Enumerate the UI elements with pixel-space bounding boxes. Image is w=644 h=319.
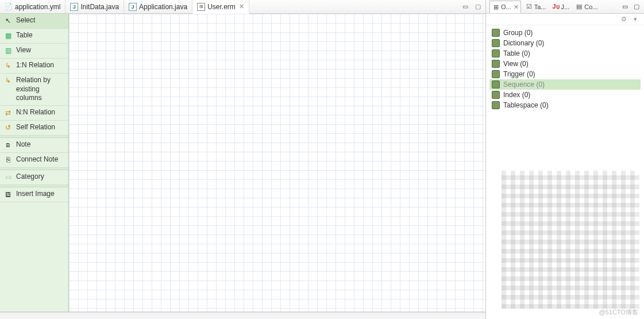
tab-bar-controls: ▭ ▢ xyxy=(461,0,485,13)
outline-item-label: Table (0) xyxy=(503,49,530,57)
tab-label: application.yml xyxy=(15,3,60,11)
pi-category-icon xyxy=(3,173,13,182)
pi-cnote-icon xyxy=(3,156,13,165)
maximize-icon[interactable]: ▭ xyxy=(461,3,469,11)
right-view-tab[interactable]: ☑Ta... xyxy=(523,3,548,11)
right-tab-label: Co... xyxy=(584,3,597,10)
editor-body: SelectTableView1:N RelationRelation by e… xyxy=(0,14,485,312)
outline-group-icon xyxy=(492,49,500,57)
outline-item[interactable]: Trigger (0) xyxy=(489,69,641,79)
editor-tab-bar: application.ymlInitData.javaApplication.… xyxy=(0,0,485,14)
right-panel: ⊞O...✕☑Ta...JᴜJ...▤Co... ▭ ▢ ⚙ ▾ Group (… xyxy=(485,0,644,319)
right-tab-label: Ta... xyxy=(534,3,546,10)
palette-item[interactable]: N:N Relation xyxy=(0,106,68,121)
tab-label: User.erm xyxy=(207,3,236,11)
diagram-canvas[interactable] xyxy=(69,14,485,312)
palette-item[interactable]: Self Relation xyxy=(0,121,68,136)
palette-item[interactable]: Category xyxy=(0,170,68,185)
right-tab-label: J... xyxy=(561,3,570,10)
icon-file-yml-icon xyxy=(5,3,13,11)
outline-item[interactable]: Tablespace (0) xyxy=(489,100,641,110)
outline-toolbar: ⚙ ▾ xyxy=(486,14,644,25)
outline-group-icon xyxy=(492,80,500,89)
pi-select-icon xyxy=(3,17,13,26)
close-icon[interactable]: ✕ xyxy=(514,3,519,11)
icon-file-java-icon xyxy=(129,3,137,11)
palette-item[interactable]: Insert Image xyxy=(0,187,68,202)
palette-item[interactable]: Select xyxy=(0,14,68,29)
outline-group-icon xyxy=(492,91,500,99)
palette-item-label: Connect Note xyxy=(16,155,58,164)
pi-table-icon xyxy=(3,32,13,41)
outline-item-label: Dictionary (0) xyxy=(503,39,544,47)
outline-item-label: Group (0) xyxy=(503,29,533,37)
outline-group-icon xyxy=(492,29,500,37)
outline-item-label: Sequence (0) xyxy=(503,80,545,89)
palette-item-label: Table xyxy=(16,31,33,40)
right-view-tab[interactable]: ⊞O...✕ xyxy=(489,1,521,13)
outline-item[interactable]: Index (0) xyxy=(489,90,641,100)
palette-item-label: N:N Relation xyxy=(16,108,55,117)
outline-group-icon xyxy=(492,39,500,47)
palette-item-label: Self Relation xyxy=(16,123,55,132)
palette-item-label: 1:N Relation xyxy=(16,61,54,70)
editor-tab[interactable]: Application.java xyxy=(124,0,192,13)
tab-label: Application.java xyxy=(139,3,187,11)
outline-group-icon xyxy=(492,60,500,68)
pi-view-icon xyxy=(3,47,13,56)
outline-icon: ⊞ xyxy=(492,3,500,11)
minimize-icon[interactable]: ▢ xyxy=(474,3,482,11)
outline-item[interactable]: Group (0) xyxy=(489,28,641,38)
outline-item[interactable]: View (0) xyxy=(489,59,641,69)
palette-item-label: Relation by existing columns xyxy=(16,76,65,103)
console-icon: ▤ xyxy=(575,3,583,11)
editor-tab[interactable]: InitData.java xyxy=(65,0,124,13)
outline-item-label: Trigger (0) xyxy=(503,70,535,78)
right-view-tabs: ⊞O...✕☑Ta...JᴜJ...▤Co... ▭ ▢ xyxy=(486,0,644,14)
editor-status-bar xyxy=(0,312,485,319)
pi-rel1n-icon xyxy=(3,62,13,71)
pi-relex-icon xyxy=(3,76,13,86)
close-icon[interactable]: ✕ xyxy=(239,3,244,10)
palette-item[interactable]: 1:N Relation xyxy=(0,59,68,74)
palette-item[interactable]: Connect Note xyxy=(0,153,68,168)
outline-item[interactable]: Table (0) xyxy=(489,48,641,59)
icon-file-erm-icon xyxy=(197,3,205,11)
right-view-tab[interactable]: JᴜJ... xyxy=(550,3,572,11)
palette-item-label: Select xyxy=(16,16,35,25)
view-menu-icon[interactable]: ▾ xyxy=(631,16,639,24)
outline-item-label: View (0) xyxy=(503,60,529,68)
tab-label: InitData.java xyxy=(80,3,119,11)
palette-item-label: Insert Image xyxy=(16,190,55,199)
palette-item[interactable]: Note xyxy=(0,138,68,153)
editor-tab[interactable]: application.yml xyxy=(0,0,65,13)
outline-item-label: Index (0) xyxy=(503,91,530,99)
editor-tab[interactable]: User.erm✕ xyxy=(192,0,249,14)
palette-item[interactable]: Relation by existing columns xyxy=(0,74,68,106)
outline-item[interactable]: Dictionary (0) xyxy=(489,38,641,48)
outline-item[interactable]: Sequence (0) xyxy=(489,79,641,90)
pi-selfrel-icon xyxy=(3,124,13,133)
watermark-caption: @51CTO博客 xyxy=(599,308,638,317)
palette-item[interactable]: View xyxy=(0,44,68,59)
palette-item-label: View xyxy=(16,46,31,55)
right-max-icon[interactable]: ▢ xyxy=(633,3,641,11)
link-with-editor-icon[interactable]: ⚙ xyxy=(620,16,628,24)
palette-item-label: Category xyxy=(16,172,44,182)
junit-icon: Jᴜ xyxy=(552,3,560,11)
tool-palette: SelectTableView1:N RelationRelation by e… xyxy=(0,14,69,312)
qr-watermark xyxy=(502,171,639,309)
outline-group-icon xyxy=(492,101,500,109)
right-tab-label: O... xyxy=(501,3,511,10)
palette-item[interactable]: Table xyxy=(0,29,68,44)
main-editor-area: application.ymlInitData.javaApplication.… xyxy=(0,0,485,319)
pi-note-icon xyxy=(3,141,13,150)
right-view-tab[interactable]: ▤Co... xyxy=(573,3,599,11)
pi-image-icon xyxy=(3,190,13,199)
icon-file-java-icon xyxy=(70,3,78,11)
palette-item-label: Note xyxy=(16,140,30,149)
tasks-icon: ☑ xyxy=(525,3,533,11)
right-min-icon[interactable]: ▭ xyxy=(621,3,629,11)
outline-item-label: Tablespace (0) xyxy=(503,101,549,109)
outline-tree: Group (0)Dictionary (0)Table (0)View (0)… xyxy=(486,25,644,113)
